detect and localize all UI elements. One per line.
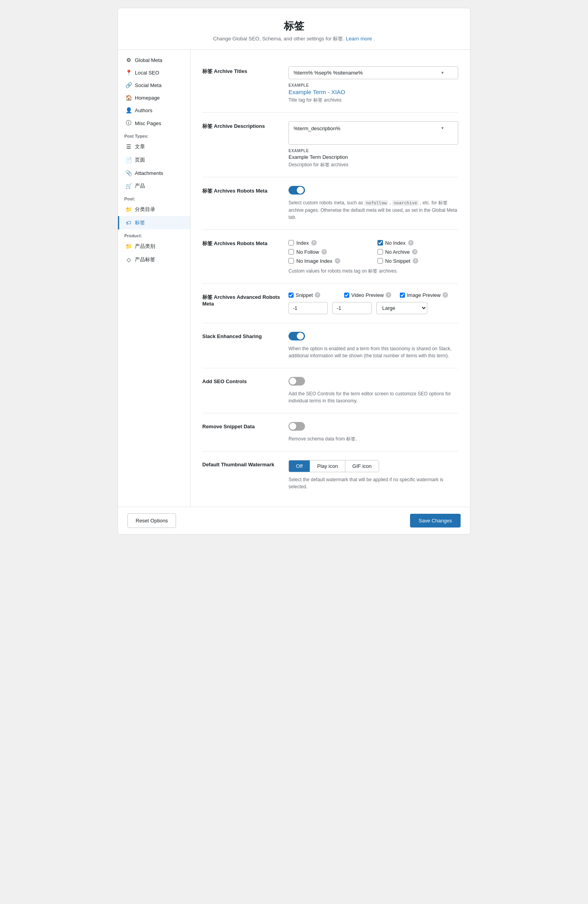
checkbox-no-snippet: No Snippet ? [377, 258, 459, 264]
location-icon: 📍 [125, 69, 132, 76]
help-icon-snippet[interactable]: ? [315, 292, 320, 298]
image-size-select[interactable]: Large None Standard [376, 302, 427, 314]
archive-descriptions-select[interactable]: %term_description% ▾ [289, 121, 458, 145]
archive-titles-label: 标签 Archive Titles [202, 66, 281, 75]
checkbox-index-input[interactable] [289, 240, 294, 246]
sidebar-item-product[interactable]: 🛒 产品 [118, 179, 190, 193]
attachment-icon: 📎 [125, 170, 132, 176]
help-icon-image-preview[interactable]: ? [443, 292, 448, 298]
watermark-gif-icon-button[interactable]: GIF icon [345, 460, 379, 472]
help-icon-no-archive[interactable]: ? [412, 249, 417, 255]
toggle-thumb [289, 423, 296, 430]
archive-descriptions-value: %term_description% [294, 126, 340, 131]
seo-controls-toggle[interactable] [289, 377, 305, 386]
archive-titles-row: 标签 Archive Titles %term% %sep% %sitename… [202, 58, 458, 113]
checkbox-no-follow-label: No Follow [296, 249, 319, 255]
checkbox-no-follow-input[interactable] [289, 249, 294, 255]
slack-sharing-label: Slack Enhanced Sharing [202, 332, 281, 339]
help-icon-no-follow[interactable]: ? [321, 249, 327, 255]
checkbox-no-image-index: No Image Index ? [289, 258, 370, 264]
page-wrapper: 标签 Change Global SEO, Schema, and other … [118, 8, 470, 535]
sidebar-item-label: Social Meta [135, 82, 162, 88]
remove-snippet-toggle[interactable] [289, 422, 305, 431]
checkbox-no-image-index-input[interactable] [289, 258, 294, 264]
checkbox-no-archive: No Archive ? [377, 249, 459, 255]
user-icon: 👤 [125, 107, 132, 113]
robots-meta-toggle-label: 标签 Archives Robots Meta [202, 186, 281, 195]
archive-descriptions-example-desc: Description for 标签 archives [289, 162, 458, 168]
help-icon-no-image-index[interactable]: ? [335, 258, 340, 264]
video-preview-checkbox[interactable] [344, 293, 349, 298]
advanced-robots-label: 标签 Archives Advanced Robots Meta [202, 292, 281, 307]
sidebar-item-misc-pages[interactable]: ⓘ Misc Pages [118, 116, 190, 130]
slack-sharing-control: When the option is enabled and a term fr… [289, 332, 458, 359]
robots-meta-toggle-control: Select custom robots meta, such as nofol… [289, 186, 458, 221]
tag-icon: 🏷 [125, 220, 132, 226]
sidebar: ⚙ Global Meta 📍 Local SEO 🔗 Social Meta … [118, 50, 191, 507]
checkbox-no-index: No Index ? [377, 240, 459, 246]
robots-meta-toggle[interactable] [289, 186, 305, 195]
article-icon: ☰ [125, 144, 132, 150]
watermark-desc: Select the default watermark that will b… [289, 476, 458, 490]
video-value-input[interactable] [332, 302, 372, 314]
sidebar-item-page[interactable]: 📄 页面 [118, 153, 190, 167]
sidebar-item-attachments[interactable]: 📎 Attachments [118, 167, 190, 179]
thumbnail-watermark-control: Off Play icon GIF icon Select the defaul… [289, 460, 458, 490]
snippet-check-item: Snippet ? [289, 292, 339, 298]
snippet-value-input[interactable] [289, 302, 328, 314]
checkbox-no-index-label: No Index [385, 240, 406, 246]
remove-snippet-control: Remove schema data from 标签. [289, 422, 458, 442]
content-area: 标签 Archive Titles %term% %sep% %sitename… [191, 50, 470, 507]
checkbox-no-archive-label: No Archive [385, 249, 410, 255]
sidebar-item-social-meta[interactable]: 🔗 Social Meta [118, 79, 190, 91]
sidebar-item-product-category[interactable]: 📁 产品类别 [118, 240, 190, 253]
sidebar-item-global-meta[interactable]: ⚙ Global Meta [118, 54, 190, 66]
sidebar-item-authors[interactable]: 👤 Authors [118, 104, 190, 116]
archive-descriptions-example-title: Example Term Description [289, 154, 458, 160]
video-preview-label: Video Preview [351, 292, 384, 298]
archive-descriptions-control: %term_description% ▾ EXAMPLE Example Ter… [289, 121, 458, 168]
archive-titles-select[interactable]: %term% %sep% %sitename% ▾ [289, 66, 458, 79]
sidebar-item-product-tag[interactable]: ◇ 产品标签 [118, 253, 190, 266]
watermark-play-icon-button[interactable]: Play icon [310, 460, 345, 472]
archive-descriptions-select-wrapper: %term_description% ▾ [289, 121, 458, 145]
remove-snippet-label: Remove Snippet Data [202, 422, 281, 429]
watermark-off-button[interactable]: Off [289, 460, 310, 472]
robots-meta-checkboxes-row: 标签 Archives Robots Meta Index ? No Index… [202, 230, 458, 284]
home-icon: 🏠 [125, 95, 132, 101]
checkbox-no-snippet-input[interactable] [377, 258, 383, 264]
help-icon-no-index[interactable]: ? [408, 240, 414, 246]
toggle-thumb [297, 187, 304, 194]
snippet-checkbox[interactable] [289, 293, 294, 298]
remove-snippet-row: Remove Snippet Data Remove schema data f… [202, 413, 458, 451]
sidebar-item-label: 产品类别 [135, 243, 155, 250]
sidebar-item-homepage[interactable]: 🏠 Homepage [118, 91, 190, 104]
save-changes-button[interactable]: Save Changes [410, 514, 461, 527]
checkbox-no-index-input[interactable] [377, 240, 383, 246]
help-icon-video-preview[interactable]: ? [386, 292, 391, 298]
sidebar-item-category[interactable]: 📁 分类目录 [118, 203, 190, 216]
sidebar-item-tags[interactable]: 🏷 标签 [118, 216, 190, 229]
help-icon-no-snippet[interactable]: ? [413, 258, 418, 264]
image-preview-checkbox[interactable] [400, 293, 405, 298]
advanced-robots-control: Snippet ? Video Preview ? Image Preview [289, 292, 458, 314]
advanced-inputs-row: Large None Standard [289, 302, 458, 314]
slack-sharing-toggle[interactable] [289, 332, 305, 340]
sidebar-item-label: Attachments [135, 170, 163, 176]
checkbox-no-archive-input[interactable] [377, 249, 383, 255]
learn-more-link[interactable]: Learn more [346, 36, 372, 42]
checkbox-no-follow: No Follow ? [289, 249, 370, 255]
sidebar-item-local-seo[interactable]: 📍 Local SEO [118, 66, 190, 79]
remove-snippet-desc: Remove schema data from 标签. [289, 435, 458, 442]
post-label: Post: [118, 193, 190, 203]
page-icon: 📄 [125, 157, 132, 163]
advanced-robots-row: 标签 Archives Advanced Robots Meta Snippet… [202, 284, 458, 323]
reset-options-button[interactable]: Reset Options [127, 513, 176, 528]
diamond-icon: ◇ [125, 256, 132, 263]
sidebar-item-article[interactable]: ☰ 文章 [118, 140, 190, 153]
help-icon-index[interactable]: ? [311, 240, 317, 246]
gear-icon: ⚙ [125, 57, 132, 63]
robots-meta-toggle-row: 标签 Archives Robots Meta Select custom ro… [202, 177, 458, 230]
info-icon: ⓘ [125, 120, 132, 127]
slack-sharing-row: Slack Enhanced Sharing When the option i… [202, 323, 458, 368]
